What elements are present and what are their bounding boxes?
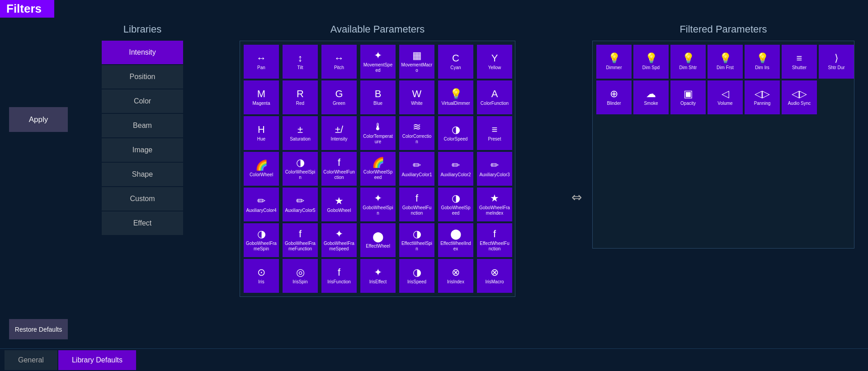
param-tile-irisspin[interactable]: ◎IrisSpin bbox=[283, 259, 318, 293]
param-tile-gobowheelspin[interactable]: ✦GoboWheelSpin bbox=[360, 188, 396, 221]
param-tile-iris[interactable]: ⊙Iris bbox=[244, 259, 279, 293]
library-btn-custom[interactable]: Custom bbox=[102, 187, 183, 211]
param-tile-virtualdimmer[interactable]: 💡VirtualDimmer bbox=[438, 80, 473, 114]
param-tile-auxiliarycolor5[interactable]: ✏AuxiliaryColor5 bbox=[283, 188, 318, 221]
param-tile-colorwheel[interactable]: 🌈ColorWheel bbox=[244, 152, 279, 186]
param-tile-colorfunction[interactable]: AColorFunction bbox=[477, 80, 512, 114]
filtered-tile-shutter[interactable]: ≡Shutter bbox=[782, 45, 817, 79]
param-tile-irisfunction[interactable]: fIrisFunction bbox=[321, 259, 357, 293]
param-tile-colorwheelfunction[interactable]: fColorWheelFunction bbox=[321, 152, 357, 186]
param-tile-red[interactable]: RRed bbox=[283, 80, 318, 114]
param-tile-colorspeed[interactable]: ◑ColorSpeed bbox=[438, 116, 473, 150]
filtered-label: Panning bbox=[754, 101, 771, 106]
param-tile-white[interactable]: WWhite bbox=[399, 80, 434, 114]
param-label: Iris bbox=[258, 279, 264, 285]
param-tile-pan[interactable]: ↔Pan bbox=[244, 45, 279, 79]
param-tile-irisspeed[interactable]: ◑IrisSpeed bbox=[399, 259, 434, 293]
apply-button[interactable]: Apply bbox=[9, 107, 68, 132]
filtered-params-heading: Filtered Parameters bbox=[679, 23, 767, 35]
param-tile-effectwheelindex[interactable]: ⬤EffectWheelIndex bbox=[438, 223, 473, 257]
filtered-tile-panning[interactable]: ◁▷Panning bbox=[745, 80, 780, 114]
filtered-tile-dimmer[interactable]: 💡Dimmer bbox=[596, 45, 632, 79]
param-tile-effectwheel[interactable]: ⬤EffectWheel bbox=[360, 223, 396, 257]
param-label: IrisSpin bbox=[292, 279, 307, 285]
tab-general[interactable]: General bbox=[5, 350, 57, 370]
param-label: IrisEffect bbox=[369, 279, 387, 285]
filtered-tile-shtrdur[interactable]: ⟩Shtr Dur bbox=[819, 45, 854, 79]
param-tile-colorcorrection[interactable]: ≋ColorCorrection bbox=[399, 116, 434, 150]
param-icon: 🌡 bbox=[373, 122, 383, 132]
filtered-tile-audiosync[interactable]: ◁▷Audio Sync bbox=[782, 80, 817, 114]
param-tile-hue[interactable]: HHue bbox=[244, 116, 279, 150]
filtered-icon: ◁▷ bbox=[755, 89, 770, 99]
param-tile-effectwheelspin[interactable]: ◑EffectWheelSpin bbox=[399, 223, 434, 257]
param-tile-blue[interactable]: BBlue bbox=[360, 80, 396, 114]
param-icon: ✏ bbox=[296, 196, 304, 206]
param-tile-pitch[interactable]: ↔Pitch bbox=[321, 45, 357, 79]
param-tile-movementmacro[interactable]: ▦MovementMacro bbox=[399, 45, 434, 79]
param-tile-tilt[interactable]: ↕Tilt bbox=[283, 45, 318, 79]
param-tile-colortemperature[interactable]: 🌡ColorTemperature bbox=[360, 116, 396, 150]
param-icon: ◑ bbox=[296, 158, 305, 168]
filtered-tile-smoke[interactable]: ☁Smoke bbox=[633, 80, 669, 114]
param-tile-auxiliarycolor3[interactable]: ✏AuxiliaryColor3 bbox=[477, 152, 512, 186]
filtered-tile-dimspd[interactable]: 💡Dim Spd bbox=[633, 45, 669, 79]
param-tile-green[interactable]: GGreen bbox=[321, 80, 357, 114]
filtered-tile-dimirs[interactable]: 💡Dim Irs bbox=[745, 45, 780, 79]
filtered-icon: ◁▷ bbox=[792, 89, 807, 99]
library-btn-beam[interactable]: Beam bbox=[102, 114, 183, 137]
param-tile-auxiliarycolor4[interactable]: ✏AuxiliaryColor4 bbox=[244, 188, 279, 221]
param-icon: 🌈 bbox=[255, 160, 268, 170]
param-tile-gobowheelfunction[interactable]: fGoboWheelFunction bbox=[399, 188, 434, 221]
library-btn-intensity[interactable]: Intensity bbox=[102, 41, 183, 64]
filtered-label: Shutter bbox=[792, 65, 807, 70]
param-tile-movementspeed[interactable]: ✦MovementSpeed bbox=[360, 45, 396, 79]
param-label: Red bbox=[296, 101, 304, 106]
restore-defaults-button[interactable]: Restore Defaults bbox=[9, 319, 68, 339]
param-tile-gobowheelframefunction[interactable]: fGoboWheelFrameFunction bbox=[283, 223, 318, 257]
param-icon: f bbox=[299, 229, 302, 239]
param-tile-magenta[interactable]: MMagenta bbox=[244, 80, 279, 114]
param-label: EffectWheel bbox=[366, 244, 390, 249]
param-label: GoboWheel bbox=[327, 208, 351, 213]
param-tile-preset[interactable]: ≡Preset bbox=[477, 116, 512, 150]
param-label: Magenta bbox=[253, 101, 270, 106]
filtered-label: Audio Sync bbox=[788, 101, 811, 106]
param-icon: f bbox=[338, 158, 340, 168]
library-btn-shape[interactable]: Shape bbox=[102, 163, 183, 186]
param-tile-gobowheelframeindex[interactable]: ★GoboWheelFrameIndex bbox=[477, 188, 512, 221]
library-btn-position[interactable]: Position bbox=[102, 65, 183, 89]
filtered-tile-dimshtr[interactable]: 💡Dim Shtr bbox=[670, 45, 706, 79]
filtered-tile-opacity[interactable]: ▣Opacity bbox=[670, 80, 706, 114]
param-tile-auxiliarycolor2[interactable]: ✏AuxiliaryColor2 bbox=[438, 152, 473, 186]
param-tile-auxiliarycolor1[interactable]: ✏AuxiliaryColor1 bbox=[399, 152, 434, 186]
param-tile-irismacro[interactable]: ⊗IrisMacro bbox=[477, 259, 512, 293]
library-btn-effect[interactable]: Effect bbox=[102, 211, 183, 235]
filtered-icon: ☁ bbox=[646, 89, 656, 99]
param-tile-gobowheel[interactable]: ★GoboWheel bbox=[321, 188, 357, 221]
param-tile-intensity[interactable]: ±/Intensity bbox=[321, 116, 357, 150]
filtered-params-grid: 💡Dimmer💡Dim Spd💡Dim Shtr💡Dim Frst💡Dim Ir… bbox=[596, 45, 850, 114]
library-btn-color[interactable]: Color bbox=[102, 89, 183, 113]
filtered-tile-volume[interactable]: ◁Volume bbox=[708, 80, 743, 114]
param-label: Intensity bbox=[330, 136, 347, 142]
param-tile-gobowheelframespeed[interactable]: ✦GoboWheelFrameSpeed bbox=[321, 223, 357, 257]
param-tile-iriseffect[interactable]: ✦IrisEffect bbox=[360, 259, 396, 293]
transfer-arrows: ⇔ bbox=[565, 51, 588, 344]
param-icon: ↔ bbox=[256, 53, 266, 63]
param-tile-gobowheelframespin[interactable]: ◑GoboWheelFrameSpin bbox=[244, 223, 279, 257]
library-btn-image[interactable]: Image bbox=[102, 138, 183, 162]
param-tile-irisindex[interactable]: ⊗IrisIndex bbox=[438, 259, 473, 293]
param-tile-cyan[interactable]: CCyan bbox=[438, 45, 473, 79]
param-tile-yellow[interactable]: YYellow bbox=[477, 45, 512, 79]
tab-library-defaults[interactable]: Library Defaults bbox=[58, 350, 136, 370]
param-label: GoboWheelFunction bbox=[401, 205, 433, 216]
filtered-tile-blinder[interactable]: ⊕Blinder bbox=[596, 80, 632, 114]
param-tile-saturation[interactable]: ±Saturation bbox=[283, 116, 318, 150]
param-tile-gobowheelspeed[interactable]: ◑GoboWheelSpeed bbox=[438, 188, 473, 221]
param-icon: ± bbox=[297, 125, 303, 135]
param-tile-colorwheelspin[interactable]: ◑ColorWheelSpin bbox=[283, 152, 318, 186]
param-tile-effectwheelfunction[interactable]: fEffectWheelFunction bbox=[477, 223, 512, 257]
filtered-tile-dimfrst[interactable]: 💡Dim Frst bbox=[708, 45, 743, 79]
param-tile-colorwheelspeed[interactable]: 🌈ColorWheelSpeed bbox=[360, 152, 396, 186]
